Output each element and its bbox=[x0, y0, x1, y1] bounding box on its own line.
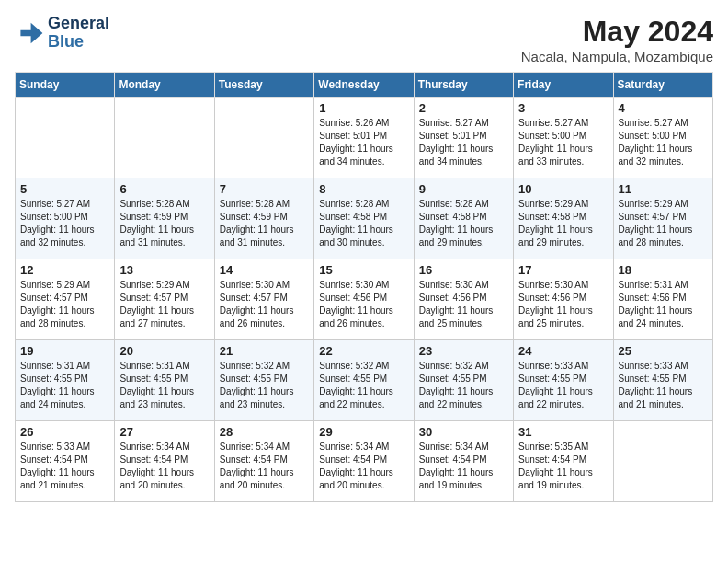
day-number: 19 bbox=[20, 344, 109, 358]
day-info: Sunrise: 5:34 AM Sunset: 4:54 PM Dayligh… bbox=[419, 441, 508, 492]
day-number: 31 bbox=[518, 425, 608, 439]
calendar-cell: 9Sunrise: 5:28 AM Sunset: 4:58 PM Daylig… bbox=[414, 178, 513, 259]
svg-marker-0 bbox=[20, 23, 42, 43]
day-info: Sunrise: 5:30 AM Sunset: 4:56 PM Dayligh… bbox=[518, 279, 608, 330]
week-row-2: 5Sunrise: 5:27 AM Sunset: 5:00 PM Daylig… bbox=[16, 178, 713, 259]
calendar-cell: 4Sunrise: 5:27 AM Sunset: 5:00 PM Daylig… bbox=[613, 98, 712, 178]
calendar-cell: 30Sunrise: 5:34 AM Sunset: 4:54 PM Dayli… bbox=[414, 421, 513, 502]
day-info: Sunrise: 5:31 AM Sunset: 4:55 PM Dayligh… bbox=[119, 360, 209, 411]
calendar-cell: 13Sunrise: 5:29 AM Sunset: 4:57 PM Dayli… bbox=[115, 259, 214, 340]
calendar-cell bbox=[16, 98, 115, 178]
calendar-cell: 6Sunrise: 5:28 AM Sunset: 4:59 PM Daylig… bbox=[115, 178, 214, 259]
day-number: 17 bbox=[518, 263, 608, 277]
day-number: 26 bbox=[20, 425, 109, 439]
calendar-cell: 14Sunrise: 5:30 AM Sunset: 4:57 PM Dayli… bbox=[214, 259, 313, 340]
calendar-cell: 26Sunrise: 5:33 AM Sunset: 4:54 PM Dayli… bbox=[16, 421, 115, 502]
day-number: 20 bbox=[119, 344, 209, 358]
day-number: 12 bbox=[20, 263, 109, 277]
calendar-cell: 20Sunrise: 5:31 AM Sunset: 4:55 PM Dayli… bbox=[115, 340, 214, 421]
calendar-cell: 11Sunrise: 5:29 AM Sunset: 4:57 PM Dayli… bbox=[613, 178, 712, 259]
week-row-3: 12Sunrise: 5:29 AM Sunset: 4:57 PM Dayli… bbox=[16, 259, 713, 340]
day-number: 5 bbox=[20, 182, 109, 196]
day-number: 6 bbox=[119, 182, 209, 196]
calendar-cell: 3Sunrise: 5:27 AM Sunset: 5:00 PM Daylig… bbox=[514, 98, 613, 178]
day-info: Sunrise: 5:30 AM Sunset: 4:57 PM Dayligh… bbox=[220, 279, 309, 330]
weekday-header-tuesday: Tuesday bbox=[214, 73, 313, 98]
calendar-cell: 27Sunrise: 5:34 AM Sunset: 4:54 PM Dayli… bbox=[115, 421, 214, 502]
calendar-cell: 1Sunrise: 5:26 AM Sunset: 5:01 PM Daylig… bbox=[314, 98, 414, 178]
day-number: 8 bbox=[319, 182, 408, 196]
location: Nacala, Nampula, Mozambique bbox=[521, 49, 713, 64]
calendar-cell: 19Sunrise: 5:31 AM Sunset: 4:55 PM Dayli… bbox=[16, 340, 115, 421]
day-info: Sunrise: 5:30 AM Sunset: 4:56 PM Dayligh… bbox=[419, 279, 508, 330]
day-info: Sunrise: 5:34 AM Sunset: 4:54 PM Dayligh… bbox=[119, 441, 209, 492]
day-number: 9 bbox=[419, 182, 508, 196]
page-header: General Blue May 2024 Nacala, Nampula, M… bbox=[15, 15, 713, 64]
week-row-5: 26Sunrise: 5:33 AM Sunset: 4:54 PM Dayli… bbox=[16, 421, 713, 502]
day-number: 2 bbox=[419, 101, 508, 115]
day-info: Sunrise: 5:33 AM Sunset: 4:55 PM Dayligh… bbox=[518, 360, 608, 411]
day-number: 3 bbox=[518, 101, 608, 115]
day-info: Sunrise: 5:32 AM Sunset: 4:55 PM Dayligh… bbox=[419, 360, 508, 411]
calendar-cell: 12Sunrise: 5:29 AM Sunset: 4:57 PM Dayli… bbox=[16, 259, 115, 340]
week-row-1: 1Sunrise: 5:26 AM Sunset: 5:01 PM Daylig… bbox=[16, 98, 713, 178]
day-number: 28 bbox=[220, 425, 309, 439]
weekday-header-saturday: Saturday bbox=[613, 73, 712, 98]
weekday-header-thursday: Thursday bbox=[414, 73, 513, 98]
calendar-cell: 17Sunrise: 5:30 AM Sunset: 4:56 PM Dayli… bbox=[514, 259, 613, 340]
calendar-cell: 15Sunrise: 5:30 AM Sunset: 4:56 PM Dayli… bbox=[314, 259, 414, 340]
day-info: Sunrise: 5:35 AM Sunset: 4:54 PM Dayligh… bbox=[518, 441, 608, 492]
calendar-cell: 31Sunrise: 5:35 AM Sunset: 4:54 PM Dayli… bbox=[514, 421, 613, 502]
day-info: Sunrise: 5:29 AM Sunset: 4:57 PM Dayligh… bbox=[20, 279, 109, 330]
weekday-header-friday: Friday bbox=[514, 73, 613, 98]
calendar-cell: 16Sunrise: 5:30 AM Sunset: 4:56 PM Dayli… bbox=[414, 259, 513, 340]
day-info: Sunrise: 5:27 AM Sunset: 5:00 PM Dayligh… bbox=[619, 117, 708, 168]
logo: General Blue bbox=[15, 15, 109, 52]
calendar-cell: 5Sunrise: 5:27 AM Sunset: 5:00 PM Daylig… bbox=[16, 178, 115, 259]
calendar-cell: 28Sunrise: 5:34 AM Sunset: 4:54 PM Dayli… bbox=[214, 421, 313, 502]
day-info: Sunrise: 5:28 AM Sunset: 4:59 PM Dayligh… bbox=[220, 198, 309, 249]
day-number: 30 bbox=[419, 425, 508, 439]
day-info: Sunrise: 5:34 AM Sunset: 4:54 PM Dayligh… bbox=[220, 441, 309, 492]
day-info: Sunrise: 5:27 AM Sunset: 5:00 PM Dayligh… bbox=[518, 117, 608, 168]
day-number: 25 bbox=[619, 344, 708, 358]
calendar-cell: 23Sunrise: 5:32 AM Sunset: 4:55 PM Dayli… bbox=[414, 340, 513, 421]
day-number: 21 bbox=[220, 344, 309, 358]
day-number: 4 bbox=[619, 101, 708, 115]
day-number: 14 bbox=[220, 263, 309, 277]
day-info: Sunrise: 5:29 AM Sunset: 4:58 PM Dayligh… bbox=[518, 198, 608, 249]
calendar-table: SundayMondayTuesdayWednesdayThursdayFrid… bbox=[15, 72, 713, 502]
logo-line2: Blue bbox=[48, 33, 109, 52]
calendar-cell: 24Sunrise: 5:33 AM Sunset: 4:55 PM Dayli… bbox=[514, 340, 613, 421]
day-info: Sunrise: 5:26 AM Sunset: 5:01 PM Dayligh… bbox=[319, 117, 408, 168]
day-info: Sunrise: 5:32 AM Sunset: 4:55 PM Dayligh… bbox=[220, 360, 309, 411]
day-info: Sunrise: 5:27 AM Sunset: 5:01 PM Dayligh… bbox=[419, 117, 508, 168]
day-info: Sunrise: 5:34 AM Sunset: 4:54 PM Dayligh… bbox=[319, 441, 408, 492]
calendar-cell: 25Sunrise: 5:33 AM Sunset: 4:55 PM Dayli… bbox=[613, 340, 712, 421]
day-info: Sunrise: 5:28 AM Sunset: 4:58 PM Dayligh… bbox=[319, 198, 408, 249]
week-row-4: 19Sunrise: 5:31 AM Sunset: 4:55 PM Dayli… bbox=[16, 340, 713, 421]
calendar-cell: 21Sunrise: 5:32 AM Sunset: 4:55 PM Dayli… bbox=[214, 340, 313, 421]
day-info: Sunrise: 5:27 AM Sunset: 5:00 PM Dayligh… bbox=[20, 198, 109, 249]
day-number: 27 bbox=[119, 425, 209, 439]
day-number: 29 bbox=[319, 425, 408, 439]
day-number: 16 bbox=[419, 263, 508, 277]
day-number: 1 bbox=[319, 101, 408, 115]
day-number: 22 bbox=[319, 344, 408, 358]
calendar-cell: 22Sunrise: 5:32 AM Sunset: 4:55 PM Dayli… bbox=[314, 340, 414, 421]
weekday-header-row: SundayMondayTuesdayWednesdayThursdayFrid… bbox=[16, 73, 713, 98]
weekday-header-monday: Monday bbox=[115, 73, 214, 98]
month-year: May 2024 bbox=[521, 15, 713, 49]
day-info: Sunrise: 5:28 AM Sunset: 4:58 PM Dayligh… bbox=[419, 198, 508, 249]
weekday-header-sunday: Sunday bbox=[16, 73, 115, 98]
day-info: Sunrise: 5:30 AM Sunset: 4:56 PM Dayligh… bbox=[319, 279, 408, 330]
day-info: Sunrise: 5:29 AM Sunset: 4:57 PM Dayligh… bbox=[119, 279, 209, 330]
calendar-cell bbox=[115, 98, 214, 178]
logo-icon bbox=[15, 18, 44, 48]
calendar-cell: 2Sunrise: 5:27 AM Sunset: 5:01 PM Daylig… bbox=[414, 98, 513, 178]
day-number: 18 bbox=[619, 263, 708, 277]
day-info: Sunrise: 5:31 AM Sunset: 4:55 PM Dayligh… bbox=[20, 360, 109, 411]
day-number: 13 bbox=[119, 263, 209, 277]
day-number: 10 bbox=[518, 182, 608, 196]
calendar-cell bbox=[613, 421, 712, 502]
